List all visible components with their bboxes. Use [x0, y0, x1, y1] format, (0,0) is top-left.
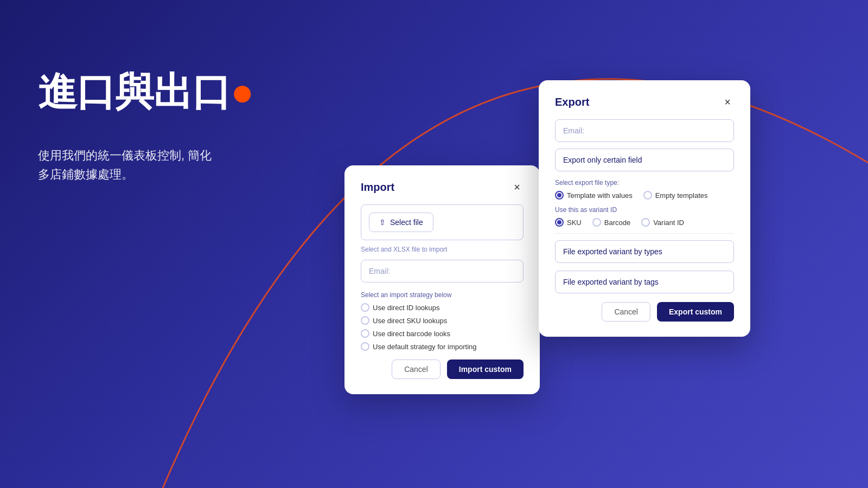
import-strategy-direct-id-label: Use direct ID lookups — [373, 304, 440, 312]
export-variant-id[interactable]: Variant ID — [641, 218, 684, 227]
import-close-button[interactable]: × — [510, 181, 524, 194]
export-modal-header: Export × — [555, 95, 734, 108]
radio-barcode — [592, 218, 601, 227]
export-variant-id-group: SKU Barcode Variant ID — [555, 218, 734, 227]
export-variant-barcode-label: Barcode — [604, 219, 630, 227]
import-modal-title: Import — [361, 181, 394, 194]
export-email-input[interactable] — [555, 119, 734, 142]
export-modal: Export × Export only certain field Selec… — [539, 80, 750, 337]
import-button-row: Cancel Import custom — [361, 359, 524, 379]
export-variant-types-box[interactable]: File exported variant by types — [555, 240, 734, 263]
select-file-button[interactable]: ⇧ Select file — [369, 213, 433, 232]
export-close-button[interactable]: × — [721, 95, 734, 108]
export-button-row: Cancel Export custom — [555, 302, 734, 322]
export-variant-types-label: File exported variant by types — [563, 247, 662, 256]
import-modal: Import × ⇧ Select file Select and XLSX f… — [344, 165, 540, 394]
import-cancel-button[interactable]: Cancel — [392, 359, 441, 379]
export-certain-field-label: Export only certain field — [563, 156, 642, 164]
import-strategy-direct-id[interactable]: Use direct ID lookups — [361, 303, 440, 312]
export-variant-tags-label: File exported variant by tags — [563, 278, 659, 286]
radio-variant-id — [641, 218, 650, 227]
radio-direct-id — [361, 303, 369, 312]
import-email-input[interactable] — [361, 260, 524, 282]
radio-sku — [555, 218, 564, 227]
import-strategy-default-label: Use default strategy for importing — [373, 343, 476, 351]
import-file-area: ⇧ Select file — [361, 204, 524, 240]
export-file-type-template-values-label: Template with values — [567, 191, 633, 200]
modals-area: Import × ⇧ Select file Select and XLSX f… — [0, 0, 868, 488]
export-file-type-template-values[interactable]: Template with values — [555, 191, 633, 200]
radio-empty-templates — [643, 191, 652, 200]
export-file-type-label: Select export file type: — [555, 179, 734, 187]
import-strategy-direct-sku-label: Use direct SKU lookups — [373, 317, 447, 325]
radio-default-strategy — [361, 342, 369, 351]
import-helper-text: Select and XLSX file to import — [361, 246, 524, 253]
import-strategy-direct-barcode[interactable]: Use direct barcode looks — [361, 329, 450, 338]
export-variant-tags-box[interactable]: File exported variant by tags — [555, 271, 734, 293]
export-divider — [555, 233, 734, 234]
import-confirm-button[interactable]: Import custom — [447, 359, 524, 379]
export-modal-title: Export — [555, 96, 589, 108]
export-variant-barcode[interactable]: Barcode — [592, 218, 630, 227]
export-variant-id-label: Variant ID — [653, 219, 684, 227]
export-certain-field-box[interactable]: Export only certain field — [555, 149, 734, 171]
export-variant-sku[interactable]: SKU — [555, 218, 582, 227]
import-strategy-default[interactable]: Use default strategy for importing — [361, 342, 476, 351]
export-file-type-group: Template with values Empty templates — [555, 191, 734, 200]
import-modal-header: Import × — [361, 181, 524, 194]
import-strategy-label: Select an import strategy below — [361, 291, 524, 299]
export-cancel-button[interactable]: Cancel — [602, 302, 650, 322]
export-file-type-empty-templates-label: Empty templates — [655, 191, 708, 200]
export-file-type-empty-templates[interactable]: Empty templates — [643, 191, 708, 200]
upload-icon: ⇧ — [379, 218, 386, 227]
radio-direct-barcode — [361, 329, 369, 338]
export-confirm-button[interactable]: Export custom — [657, 302, 734, 322]
import-strategy-direct-sku[interactable]: Use direct SKU lookups — [361, 316, 447, 325]
export-variant-sku-label: SKU — [567, 219, 582, 227]
import-strategy-direct-barcode-label: Use direct barcode looks — [373, 330, 450, 338]
export-variant-id-label: Use this as variant ID — [555, 206, 734, 214]
radio-template-values — [555, 191, 564, 200]
import-strategy-group: Use direct ID lookups Use direct SKU loo… — [361, 303, 524, 351]
radio-direct-sku — [361, 316, 369, 325]
select-file-label: Select file — [390, 218, 423, 227]
